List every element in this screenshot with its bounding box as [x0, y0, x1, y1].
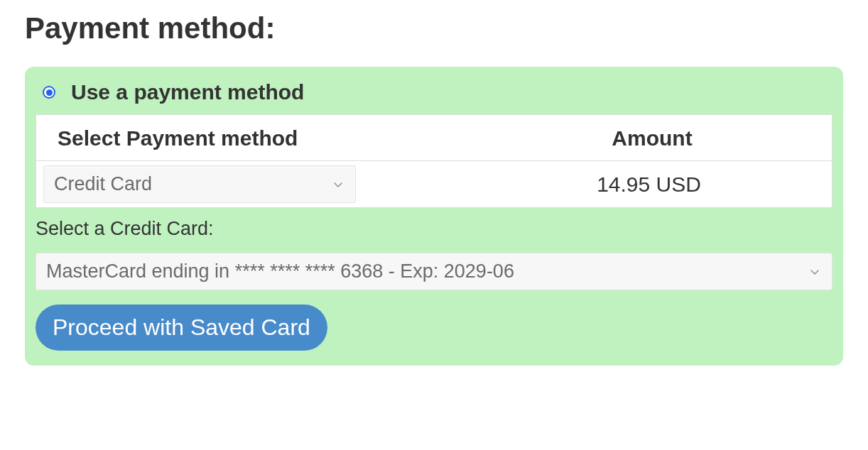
proceed-button[interactable]: Proceed with Saved Card: [36, 304, 327, 351]
page-title: Payment method:: [25, 11, 843, 45]
use-payment-method-option[interactable]: Use a payment method: [36, 80, 832, 104]
chevron-down-icon: [809, 266, 820, 278]
credit-card-select[interactable]: MasterCard ending in **** **** **** 6368…: [36, 253, 832, 290]
table-row: Credit Card 14.95 USD: [36, 161, 832, 207]
use-payment-method-label: Use a payment method: [71, 80, 304, 104]
payment-table: Select Payment method Amount Credit Card…: [36, 114, 832, 208]
table-header-method: Select Payment method: [58, 126, 479, 150]
chevron-down-icon: [332, 179, 344, 190]
radio-selected-icon[interactable]: [43, 86, 55, 99]
amount-value: 14.95 USD: [473, 172, 825, 197]
payment-panel: Use a payment method Select Payment meth…: [25, 67, 843, 366]
select-credit-card-label: Select a Credit Card:: [36, 218, 832, 240]
table-header-amount: Amount: [479, 126, 825, 150]
payment-method-select[interactable]: Credit Card: [43, 165, 356, 203]
payment-method-selected-value: Credit Card: [54, 173, 152, 195]
credit-card-selected-value: MasterCard ending in **** **** **** 6368…: [46, 260, 514, 282]
